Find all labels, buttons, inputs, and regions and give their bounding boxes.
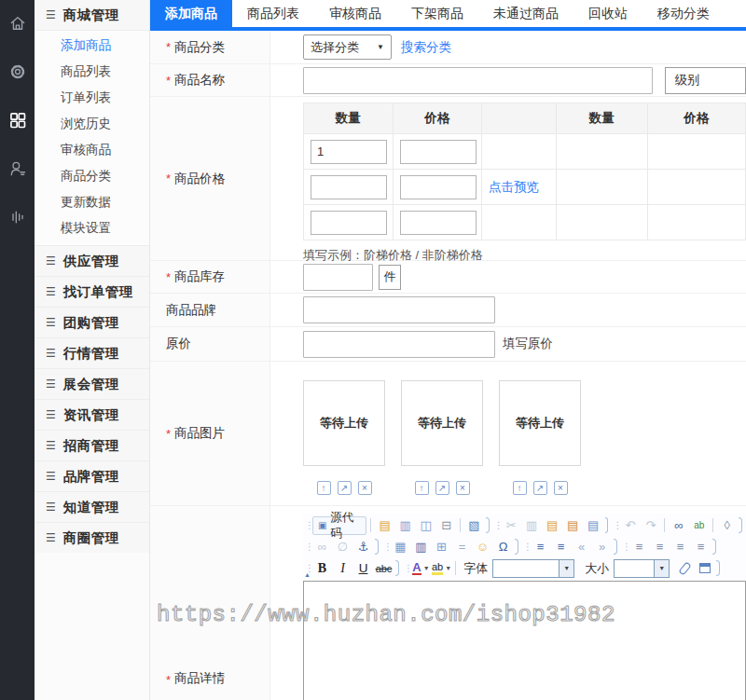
price-input-3[interactable] bbox=[400, 211, 477, 235]
link-icon[interactable]: ∞ bbox=[312, 538, 332, 556]
horizontal-rule-icon[interactable]: = bbox=[452, 538, 472, 556]
sidebar-group-find-order[interactable]: ☰找订单管理 bbox=[35, 276, 149, 307]
align-right-icon[interactable]: ≡ bbox=[670, 538, 690, 556]
tab-product-list[interactable]: 商品列表 bbox=[232, 0, 314, 27]
outdent-icon[interactable]: « bbox=[572, 538, 591, 556]
category-select[interactable]: 选择分类 ▼ bbox=[303, 34, 392, 60]
sidebar-item-update-data[interactable]: 更新数据 bbox=[35, 189, 149, 215]
level-box[interactable]: 级别 bbox=[665, 67, 746, 94]
tab-mobile-category[interactable]: 移动分类 bbox=[642, 0, 725, 27]
redo-icon[interactable]: ↷ bbox=[641, 516, 660, 535]
tab-not-approved[interactable]: 未通过商品 bbox=[478, 0, 573, 27]
upload-icon[interactable]: ↑ bbox=[415, 481, 429, 495]
font-family-select[interactable]: ▼ bbox=[492, 559, 574, 578]
tab-review-product[interactable]: 审核商品 bbox=[314, 0, 396, 27]
sidebar-group-exhibition[interactable]: ☰展会管理 bbox=[35, 368, 149, 399]
replace-icon[interactable]: ab bbox=[689, 516, 709, 535]
ordered-list-icon[interactable]: ≡ bbox=[531, 538, 550, 556]
unlink-icon[interactable]: ∅ bbox=[333, 538, 352, 556]
sidebar-group-brand[interactable]: ☰品牌管理 bbox=[35, 460, 149, 491]
templates-icon[interactable]: ▧ bbox=[464, 516, 484, 535]
image-icon[interactable]: ▦ bbox=[391, 538, 410, 556]
price-input-2[interactable] bbox=[400, 175, 477, 199]
smiley-icon[interactable]: ☺ bbox=[473, 538, 492, 556]
sidebar-item-browse-history[interactable]: 浏览历史 bbox=[35, 111, 149, 137]
price-input-1[interactable] bbox=[400, 140, 477, 164]
gear-icon[interactable] bbox=[7, 62, 28, 82]
align-left-icon[interactable]: ≡ bbox=[629, 538, 649, 556]
font-color-button[interactable]: A▼ bbox=[411, 559, 431, 578]
sidebar-item-product-category[interactable]: 商品分类 bbox=[35, 163, 149, 189]
paste-from-word-icon[interactable]: ▤ bbox=[584, 516, 603, 535]
qty-input-1[interactable] bbox=[311, 140, 387, 164]
sidebar-group-market[interactable]: ☰行情管理 bbox=[35, 337, 149, 368]
sidebar-group-groupbuy[interactable]: ☰团购管理 bbox=[35, 307, 149, 337]
grid-icon[interactable] bbox=[7, 110, 28, 130]
highlight-color-button[interactable]: ab▼ bbox=[432, 559, 451, 578]
preview-link[interactable]: 点击预览 bbox=[489, 180, 539, 194]
copy-icon[interactable]: ▥ bbox=[522, 516, 542, 535]
search-category-link[interactable]: 搜索分类 bbox=[401, 39, 451, 56]
preview-arrow-icon[interactable]: ↗ bbox=[338, 481, 352, 495]
align-center-icon[interactable]: ≡ bbox=[650, 538, 670, 556]
delete-icon[interactable]: × bbox=[358, 481, 372, 495]
upload-box-1[interactable]: 等待上传 bbox=[303, 380, 385, 466]
sidebar-item-product-list[interactable]: 商品列表 bbox=[35, 59, 149, 85]
font-size-select[interactable]: ▼ bbox=[614, 559, 670, 578]
sidebar-item-add-product[interactable]: 添加商品 bbox=[35, 33, 149, 59]
tab-off-shelf[interactable]: 下架商品 bbox=[396, 0, 478, 27]
preview-arrow-icon[interactable]: ↗ bbox=[533, 481, 547, 495]
sidebar-item-module-settings[interactable]: 模块设置 bbox=[35, 215, 149, 241]
paperclip-icon[interactable] bbox=[679, 561, 692, 575]
delete-icon[interactable]: × bbox=[554, 481, 568, 495]
stock-input[interactable] bbox=[303, 264, 373, 291]
print-icon[interactable]: ⊟ bbox=[436, 516, 456, 535]
preview-icon[interactable]: ◫ bbox=[416, 516, 435, 535]
indent-icon[interactable]: » bbox=[592, 538, 612, 556]
sidebar-item-review-product[interactable]: 审核商品 bbox=[35, 137, 149, 163]
stats-icon[interactable] bbox=[7, 207, 28, 227]
special-char-icon[interactable]: Ω bbox=[493, 538, 513, 556]
paste-icon[interactable]: ▤ bbox=[543, 516, 562, 535]
home-icon[interactable] bbox=[7, 13, 28, 34]
tab-add-product[interactable]: 添加商品 bbox=[150, 0, 232, 27]
flash-icon[interactable]: ▥ bbox=[411, 538, 431, 556]
anchor-icon[interactable]: ⚓ bbox=[353, 538, 373, 556]
source-code-button[interactable]: ▣ 源代码 bbox=[312, 516, 366, 535]
cut-icon[interactable]: ✂ bbox=[502, 516, 521, 535]
maximize-button[interactable] bbox=[695, 559, 714, 578]
tab-recycle-bin[interactable]: 回收站 bbox=[573, 0, 642, 27]
sidebar-group-supply[interactable]: ☰供应管理 bbox=[35, 245, 149, 276]
upload-icon[interactable]: ↑ bbox=[513, 481, 527, 495]
original-price-input[interactable] bbox=[303, 331, 495, 358]
sidebar-group-business-circle[interactable]: ☰商圈管理 bbox=[35, 522, 149, 553]
preview-arrow-icon[interactable]: ↗ bbox=[435, 481, 449, 495]
remove-format-icon[interactable]: ◊ bbox=[717, 516, 737, 535]
paste-plain-icon[interactable]: ▥ bbox=[395, 516, 415, 535]
qty-input-3[interactable] bbox=[311, 211, 387, 235]
sidebar-group-investment[interactable]: ☰招商管理 bbox=[35, 430, 149, 460]
sidebar-item-order-list[interactable]: 订单列表 bbox=[35, 85, 149, 111]
user-search-icon[interactable] bbox=[7, 158, 28, 179]
product-name-input[interactable] bbox=[303, 67, 653, 94]
table-icon[interactable]: ⊞ bbox=[432, 538, 451, 556]
upload-box-3[interactable]: 等待上传 bbox=[499, 380, 581, 466]
bold-button[interactable]: B bbox=[312, 559, 332, 578]
sidebar-group-knowledge[interactable]: ☰知道管理 bbox=[35, 491, 149, 522]
strikethrough-button[interactable]: abc bbox=[374, 559, 394, 578]
sidebar-group-mall[interactable]: ☰ 商城管理 bbox=[35, 0, 149, 31]
paste-word-icon[interactable]: ▤ bbox=[375, 516, 394, 535]
undo-icon[interactable]: ↶ bbox=[620, 516, 640, 535]
upload-icon[interactable]: ↑ bbox=[317, 481, 331, 495]
find-icon[interactable]: ∞ bbox=[669, 516, 688, 535]
toolbar-collapse-icon[interactable]: ▲ bbox=[304, 571, 311, 578]
italic-button[interactable]: I bbox=[333, 559, 352, 578]
upload-box-2[interactable]: 等待上传 bbox=[401, 380, 483, 466]
qty-input-2[interactable] bbox=[311, 175, 387, 199]
align-justify-icon[interactable]: ≡ bbox=[691, 538, 711, 556]
editor-content-area[interactable] bbox=[303, 581, 746, 700]
brand-input[interactable] bbox=[303, 296, 495, 323]
paste-text-icon[interactable]: ▤ bbox=[563, 516, 583, 535]
delete-icon[interactable]: × bbox=[456, 481, 470, 495]
sidebar-group-news[interactable]: ☰资讯管理 bbox=[35, 399, 149, 430]
